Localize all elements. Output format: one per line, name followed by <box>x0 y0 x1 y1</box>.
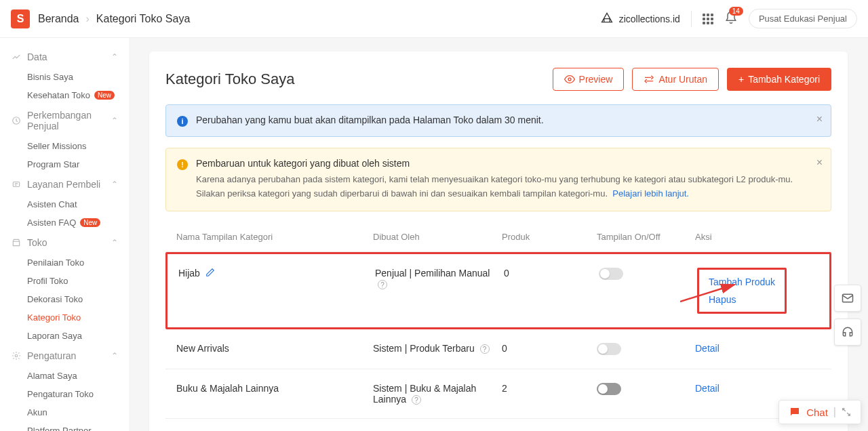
help-icon[interactable]: ? <box>378 280 387 289</box>
edit-icon[interactable] <box>205 268 215 279</box>
category-name: Hijab <box>178 268 200 279</box>
sort-button[interactable]: Atur Urutan <box>632 68 719 91</box>
sidebar-group-layanan-pembeli[interactable]: Layanan Pembeli⌃ <box>0 173 129 195</box>
shop-icon <box>600 11 614 26</box>
visibility-toggle[interactable] <box>597 343 621 355</box>
table-row: Buku BacaanSistem | Buku Bacaan ?1Detail <box>165 419 831 431</box>
chevron-up-icon: ⌃ <box>111 180 118 189</box>
chevron-right-icon: › <box>86 13 90 25</box>
warning-icon: ! <box>177 159 188 170</box>
sidebar-item-label: Kesehatan Toko <box>27 90 90 100</box>
created-by: Penjual | Pemilihan Manual <box>375 268 490 279</box>
help-icon[interactable]: ? <box>412 395 421 405</box>
sidebar-item-asisten-chat[interactable]: Asisten Chat <box>0 195 129 213</box>
chat-widget[interactable]: Chat | <box>778 400 861 424</box>
close-icon[interactable]: × <box>816 113 823 125</box>
visibility-toggle[interactable] <box>597 383 621 395</box>
sidebar-group-perkembangan-penjual[interactable]: Perkembangan Penjual⌃ <box>0 104 129 137</box>
close-icon[interactable]: × <box>816 157 823 169</box>
learn-more-link[interactable]: Pelajari lebih lanjut. <box>612 188 689 199</box>
product-count: 2 <box>502 383 597 394</box>
sidebar-item-asisten-faq[interactable]: Asisten FAQNew <box>0 213 129 232</box>
sidebar-group-toko[interactable]: Toko⌃ <box>0 232 129 253</box>
group-title: Perkembangan Penjual <box>27 110 111 131</box>
education-center-button[interactable]: Pusat Edukasi Penjual <box>749 9 857 28</box>
warning-alert: ! Pembaruan untuk kategori yang dibuat o… <box>165 148 831 211</box>
help-icon[interactable]: ? <box>480 344 490 354</box>
sidebar-item-label: Laporan Saya <box>27 331 82 341</box>
sidebar-item-kategori-toko[interactable]: Kategori Toko <box>0 308 129 327</box>
table-row: Buku & Majalah LainnyaSistem | Buku & Ma… <box>165 369 831 419</box>
sidebar: Data⌃Bisnis SayaKesehatan TokoNewPerkemb… <box>0 38 129 431</box>
sidebar-item-akun[interactable]: Akun <box>0 403 129 422</box>
headset-button[interactable] <box>834 319 861 346</box>
column-header-toggle: Tampilan On/Off <box>597 232 695 242</box>
column-header-product: Produk <box>502 232 597 242</box>
mail-button[interactable] <box>834 285 861 312</box>
created-by: Sistem | Buku & Majalah Lainnya <box>373 383 476 405</box>
new-badge: New <box>80 218 100 227</box>
sidebar-item-penilaian-toko[interactable]: Penilaian Toko <box>0 253 129 272</box>
sidebar-item-laporan-saya[interactable]: Laporan Saya <box>0 327 129 345</box>
group-icon <box>11 52 22 62</box>
sidebar-item-label: Alamat Saya <box>27 371 77 381</box>
shop-selector[interactable]: zicollections.id <box>600 11 680 26</box>
chevron-up-icon: ⌃ <box>111 116 118 125</box>
expand-icon[interactable] <box>842 407 851 417</box>
chat-label: Chat <box>806 407 828 418</box>
breadcrumb: Beranda › Kategori Toko Saya <box>38 13 190 25</box>
info-alert: i Perubahan yang kamu buat akan ditampil… <box>165 104 831 137</box>
table-row: HijabPenjual | Pemilihan Manual ?0Tambah… <box>165 252 831 329</box>
sidebar-item-program-star[interactable]: Program Star <box>0 155 129 173</box>
sidebar-item-alamat-saya[interactable]: Alamat Saya <box>0 367 129 385</box>
info-icon: i <box>177 116 188 127</box>
group-icon <box>11 180 22 189</box>
group-title: Toko <box>27 237 111 248</box>
product-count: 0 <box>502 343 597 354</box>
sort-label: Atur Urutan <box>658 74 707 85</box>
shop-name-text: zicollections.id <box>619 14 680 24</box>
sidebar-item-seller-missions[interactable]: Seller Missions <box>0 137 129 155</box>
sidebar-item-platform-partner[interactable]: Platform Partner <box>0 422 129 431</box>
new-badge: New <box>94 91 115 100</box>
sidebar-item-kesehatan-toko[interactable]: Kesehatan TokoNew <box>0 86 129 104</box>
notification-button[interactable]: 14 <box>724 11 738 27</box>
action-link-tambah-produk[interactable]: Tambah Produk <box>709 276 775 287</box>
notification-badge: 14 <box>729 7 743 16</box>
action-link-hapus[interactable]: Hapus <box>709 294 775 305</box>
breadcrumb-home[interactable]: Beranda <box>38 13 79 25</box>
shopee-logo[interactable]: S <box>11 9 30 28</box>
table-row: New ArrivalsSistem | Produk Terbaru ?0De… <box>165 329 831 369</box>
column-header-created: Dibuat Oleh <box>373 232 502 242</box>
svg-point-2 <box>15 354 18 357</box>
action-link-detail[interactable]: Detail <box>695 343 821 354</box>
chevron-up-icon: ⌃ <box>111 52 118 62</box>
visibility-toggle[interactable] <box>599 268 623 280</box>
group-title: Pengaturan <box>27 350 111 361</box>
info-alert-text: Perubahan yang kamu buat akan ditampilka… <box>196 115 820 125</box>
sidebar-item-label: Program Star <box>27 159 79 169</box>
category-name: Buku & Majalah Lainnya <box>176 383 279 394</box>
group-icon <box>11 116 22 125</box>
sidebar-item-label: Profil Toko <box>27 276 68 286</box>
preview-button[interactable]: Preview <box>553 68 625 91</box>
sidebar-item-profil-toko[interactable]: Profil Toko <box>0 272 129 290</box>
chevron-up-icon: ⌃ <box>111 351 118 361</box>
sidebar-group-data[interactable]: Data⌃ <box>0 46 129 68</box>
sidebar-item-label: Dekorasi Toko <box>27 294 83 304</box>
add-label: Tambah Kategori <box>748 74 820 85</box>
group-icon <box>11 351 22 361</box>
sidebar-item-label: Seller Missions <box>27 141 86 151</box>
sidebar-item-dekorasi-toko[interactable]: Dekorasi Toko <box>0 290 129 308</box>
group-title: Data <box>27 52 111 62</box>
sidebar-item-pengaturan-toko[interactable]: Pengaturan Toko <box>0 385 129 403</box>
sidebar-group-pengaturan[interactable]: Pengaturan⌃ <box>0 345 129 367</box>
apps-icon[interactable] <box>703 14 713 24</box>
svg-point-3 <box>568 78 571 81</box>
warning-alert-title: Pembaruan untuk kategori yang dibuat ole… <box>196 158 820 169</box>
action-link-detail[interactable]: Detail <box>695 383 821 394</box>
sidebar-item-bisnis-saya[interactable]: Bisnis Saya <box>0 68 129 86</box>
breadcrumb-current: Kategori Toko Saya <box>96 13 190 25</box>
svg-rect-1 <box>13 182 19 187</box>
add-category-button[interactable]: + Tambah Kategori <box>727 68 831 91</box>
